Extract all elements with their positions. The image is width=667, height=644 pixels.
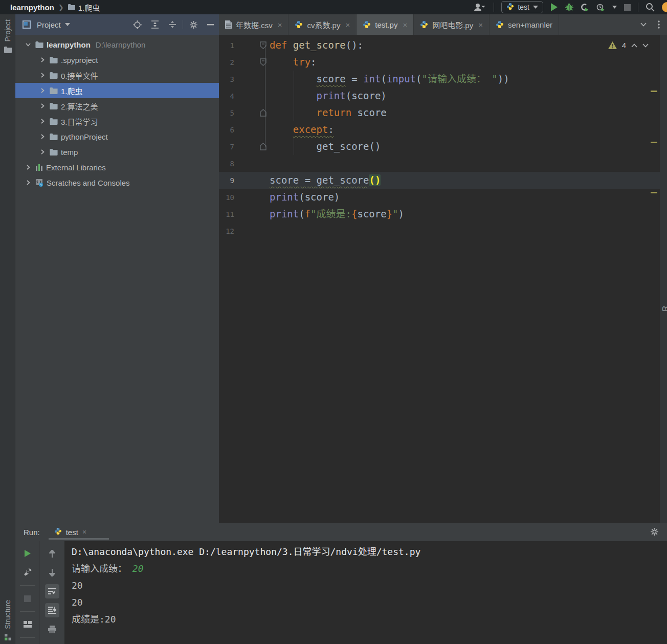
console-line: D:\anaconda\python.exe D:/learnpython/3.…: [72, 543, 667, 560]
right-stripe-label[interactable]: R: [660, 306, 667, 312]
notification-badge-icon[interactable]: [662, 2, 667, 12]
soft-wrap-toggle[interactable]: [45, 584, 59, 598]
inspections-widget[interactable]: 4: [608, 41, 649, 50]
python-icon: [506, 3, 514, 12]
code-line-11[interactable]: 11print(f"成绩是:{score}"): [219, 206, 660, 223]
print-icon[interactable]: [45, 622, 59, 636]
scroll-to-end-toggle[interactable]: [45, 603, 59, 617]
settings-gear-icon[interactable]: [189, 20, 198, 29]
debug-button[interactable]: [565, 3, 573, 11]
tree-item-External-Libraries[interactable]: External Libraries: [15, 160, 219, 175]
restore-layout-icon[interactable]: [20, 617, 35, 632]
run-settings-gear-icon[interactable]: [650, 527, 659, 538]
structure-stripe-button[interactable]: Structure: [0, 600, 15, 641]
close-icon[interactable]: ×: [403, 20, 407, 29]
code-line-4[interactable]: 4 print(score): [219, 87, 660, 104]
left-tool-stripe: Project Structure: [0, 14, 15, 644]
locate-file-icon[interactable]: [133, 20, 142, 29]
run-button[interactable]: [550, 3, 558, 11]
close-icon[interactable]: ×: [82, 528, 86, 536]
chevron-down-icon[interactable]: [24, 43, 32, 47]
user-account-icon[interactable]: [473, 3, 486, 11]
hide-panel-icon[interactable]: [207, 24, 214, 26]
chevron-right-icon[interactable]: [38, 103, 47, 108]
chevron-right-icon[interactable]: [24, 180, 32, 185]
collapse-all-icon[interactable]: [168, 20, 176, 29]
chevron-right-icon[interactable]: [38, 73, 47, 78]
project-panel-title[interactable]: Project: [37, 20, 61, 29]
close-icon[interactable]: ×: [478, 20, 483, 29]
project-stripe-button[interactable]: Project: [0, 19, 15, 53]
tree-item-pythonProject[interactable]: pythonProject: [15, 129, 219, 144]
code-line-2[interactable]: 2 try:: [219, 54, 660, 71]
code-line-5[interactable]: 5 return score: [219, 104, 660, 121]
code-text: print(score): [270, 87, 387, 104]
tree-item-3.-[interactable]: 3.日常学习: [15, 114, 219, 129]
fold-collapse-icon[interactable]: [234, 58, 270, 66]
editor-tab-cv-.py[interactable]: cv系数.py×: [288, 14, 357, 35]
down-stack-trace-icon[interactable]: [45, 565, 59, 580]
code-line-7[interactable]: 7 get_score(): [219, 138, 660, 155]
close-icon[interactable]: ×: [278, 20, 282, 29]
tree-item-label: 2.算法之美: [61, 101, 98, 112]
editor-tab--.py[interactable]: 网吧电影.py×: [414, 14, 490, 35]
chevron-right-icon[interactable]: [24, 165, 32, 170]
run-tool-window: Run: test ×: [15, 523, 667, 644]
run-console-output[interactable]: D:\anaconda\python.exe D:/learnpython/3.…: [64, 541, 667, 644]
chevron-down-icon[interactable]: [65, 23, 70, 26]
close-icon[interactable]: ×: [345, 20, 350, 29]
code-line-1[interactable]: 1def get_score():: [219, 37, 660, 54]
line-number: 9: [219, 176, 234, 185]
code-line-3[interactable]: 3 score = int(input("请输入成绩： ")): [219, 71, 660, 87]
fold-collapse-icon[interactable]: [234, 41, 270, 49]
breadcrumb-folder[interactable]: 1.爬虫: [78, 2, 100, 13]
run-with-coverage-button[interactable]: [581, 3, 589, 11]
scrollbar-warning-mark[interactable]: [651, 91, 657, 92]
code-text: print(f"成绩是:{score}"): [270, 206, 404, 223]
fold-end-icon[interactable]: [234, 109, 270, 117]
breadcrumb-chevron-icon: ❯: [58, 4, 64, 11]
editor-tab--.csv[interactable]: 年数据.csv×: [219, 14, 288, 35]
chevron-right-icon[interactable]: [38, 134, 47, 139]
prev-warning-icon[interactable]: [631, 43, 637, 48]
tree-item-Scratches-and-Consoles[interactable]: Scratches and Consoles: [15, 175, 219, 190]
hidden-tabs-dropdown-icon[interactable]: [640, 23, 647, 27]
code-line-6[interactable]: 6 except:: [219, 121, 660, 138]
python-icon: [54, 527, 62, 537]
run-configuration-selector[interactable]: test: [501, 1, 543, 13]
scrollbar-warning-mark[interactable]: [651, 192, 657, 193]
code-editor[interactable]: 1def get_score():2 try:3 score = int(inp…: [219, 35, 660, 523]
editor-tab-test.py[interactable]: test.py×: [357, 14, 414, 35]
tree-item-0.-[interactable]: 0.接单文件: [15, 68, 219, 83]
code-line-9[interactable]: 9score = get_score(): [219, 172, 660, 189]
editor-tab-sen+mannler[interactable]: sen+mannler: [490, 14, 559, 35]
tree-item-1.-[interactable]: 1.爬虫: [15, 83, 219, 98]
tree-item-temp[interactable]: temp: [15, 144, 219, 160]
folder-icon: [50, 118, 58, 125]
up-stack-trace-icon[interactable]: [45, 546, 59, 561]
code-line-12[interactable]: 12: [219, 223, 660, 239]
chevron-right-icon[interactable]: [38, 119, 47, 124]
profiler-button[interactable]: [596, 3, 605, 11]
folder-icon: [50, 87, 58, 94]
run-tab[interactable]: test ×: [54, 527, 86, 537]
profiler-dropdown-icon[interactable]: [612, 6, 617, 9]
breadcrumb-project[interactable]: learnpython: [10, 3, 54, 12]
chevron-right-icon[interactable]: [38, 57, 47, 62]
tree-item-learnpython[interactable]: learnpythonD:\learnpython: [15, 37, 219, 52]
header-separator: [183, 20, 183, 29]
tree-item-.spyproject[interactable]: .spyproject: [15, 52, 219, 68]
rerun-button[interactable]: [20, 546, 35, 561]
chevron-right-icon[interactable]: [38, 149, 47, 154]
code-line-10[interactable]: 10print(score): [219, 189, 660, 206]
edit-configuration-wrench-icon[interactable]: [20, 565, 35, 580]
fold-end-icon[interactable]: [234, 143, 270, 150]
code-line-8[interactable]: 8: [219, 155, 660, 172]
tab-options-kebab-icon[interactable]: [658, 20, 660, 29]
search-everywhere-icon[interactable]: [646, 3, 655, 12]
next-warning-icon[interactable]: [642, 43, 649, 48]
scrollbar-warning-mark[interactable]: [651, 142, 657, 143]
tree-item-2.-[interactable]: 2.算法之美: [15, 98, 219, 114]
expand-all-icon[interactable]: [151, 20, 159, 29]
chevron-right-icon[interactable]: [38, 88, 47, 93]
